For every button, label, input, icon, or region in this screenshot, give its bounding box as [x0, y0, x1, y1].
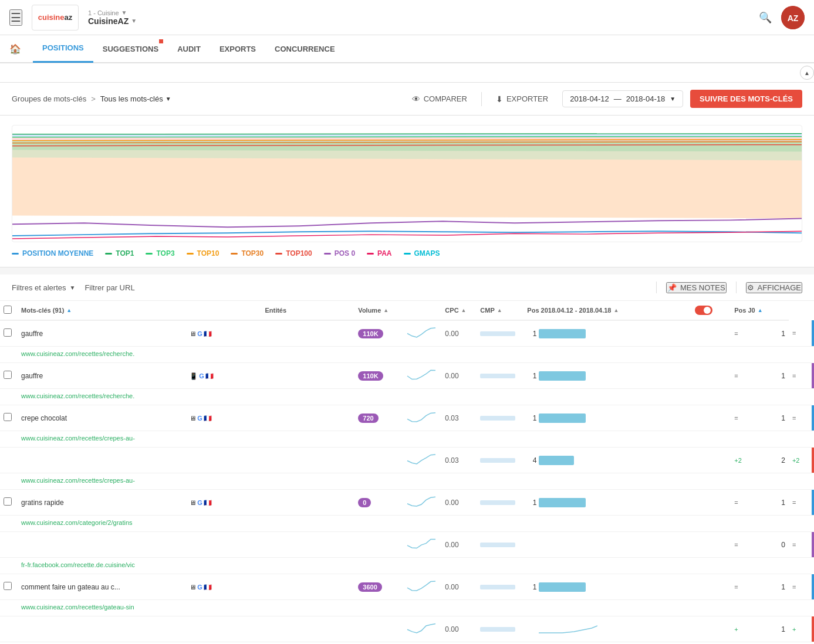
table-toolbar: Filtres et alertes ▼ Filtrer par URL 📌 M… [0, 274, 814, 301]
th-cmp[interactable]: CMP ▲ [477, 301, 523, 320]
table-row: 0.00=0= [0, 532, 814, 558]
legend-gmaps[interactable]: GMAPS [404, 249, 440, 257]
pos-change-value: + [734, 626, 738, 633]
nav-item-audit[interactable]: AUDIT [168, 35, 210, 63]
pos-toggle[interactable] [695, 306, 712, 315]
nav-item-concurrence[interactable]: CONCURRENCE [265, 35, 344, 63]
posj0-change-value: = [792, 372, 796, 379]
breadcrumb-root[interactable]: Groupes de mots-clés [12, 94, 86, 103]
th-volume[interactable]: Volume ▲ [354, 301, 401, 320]
row-checkbox[interactable] [4, 582, 12, 590]
nav-collapse-button[interactable]: ▲ [800, 66, 814, 80]
date-range-picker[interactable]: 2018-04-12 — 2018-04-18 ▼ [562, 90, 683, 107]
export-button[interactable]: ⬇ EXPORTER [489, 91, 555, 107]
row-checkbox[interactable] [4, 413, 12, 421]
legend-top100[interactable]: TOP100 [275, 249, 312, 257]
suggestions-badge [159, 39, 163, 43]
pos-bar [539, 329, 586, 338]
keyword-text: crepe chocolat [21, 414, 67, 422]
td-empty-check [0, 600, 18, 616]
suivre-button[interactable]: SUIVRE DES MOTS-CLÉS [690, 90, 802, 108]
td-toggle [691, 574, 731, 600]
td-empty-check [0, 347, 18, 363]
td-sparkline [401, 574, 441, 600]
url-link[interactable]: www.cuisineaz.com/recettes/gateau-sin [21, 604, 134, 611]
legend-label-top10: TOP10 [197, 249, 219, 257]
url-link[interactable]: www.cuisineaz.com/recettes/crepes-au- [21, 477, 135, 484]
td-posj0: 1 [778, 363, 789, 389]
table-row-url: www.cuisineaz.com/recettes/crepes-au- [0, 431, 814, 448]
td-keyword: gauffre [18, 320, 186, 347]
pos-bar-container: 1 [527, 582, 688, 592]
td-check [0, 405, 18, 431]
row-checkbox[interactable] [4, 497, 12, 506]
search-button[interactable]: 🔍 [759, 11, 772, 24]
legend-top1[interactable]: TOP1 [105, 249, 134, 257]
filtres-button[interactable]: Filtres et alertes ▼ [12, 283, 75, 292]
pos-trend-svg [539, 625, 597, 634]
td-color-bar [812, 320, 814, 347]
legend-top10[interactable]: TOP10 [187, 249, 219, 257]
cmp-sort-arrow: ▲ [497, 307, 502, 313]
fr-flag-icon: 🇫🇷 [204, 499, 212, 506]
notes-button[interactable]: 📌 MES NOTES [666, 282, 727, 293]
legend-pos0[interactable]: POS 0 [324, 249, 355, 257]
sparkline-svg [405, 367, 438, 383]
url-link[interactable]: www.cuisineaz.com/recettes/crepes-au- [21, 435, 135, 442]
desktop-icon: 🖥 [190, 584, 196, 591]
hamburger-button[interactable]: ☰ [9, 9, 22, 26]
row-checkbox[interactable] [4, 371, 12, 379]
td-color-bar [812, 490, 814, 516]
posj0-value: 1 [781, 583, 785, 591]
td-pos: 1 [523, 574, 691, 600]
compare-button[interactable]: 👁 COMPARER [405, 91, 474, 107]
td-posj0: 2 [778, 448, 789, 473]
url-link[interactable]: www.cuisineaz.com/categorie/2/gratins [21, 519, 133, 526]
nav-item-exports[interactable]: EXPORTS [210, 35, 265, 63]
th-posj0[interactable]: Pos J0 ▲ [731, 301, 778, 320]
nav-home[interactable]: 🏠 [9, 43, 21, 55]
th-keyword[interactable]: Mots-clés (91) ▲ [18, 301, 186, 320]
pos-bar-container: 4 [527, 456, 688, 465]
legend-top3[interactable]: TOP3 [146, 249, 174, 257]
nav-item-suggestions[interactable]: SUGGESTIONS [93, 35, 168, 63]
legend-paa[interactable]: PAA [367, 249, 391, 257]
breadcrumb-separator: > [91, 94, 96, 103]
select-all-checkbox[interactable] [4, 306, 12, 314]
filtrer-url-button[interactable]: Filtrer par URL [85, 283, 134, 292]
th-devices [186, 301, 261, 320]
url-link[interactable]: www.cuisineaz.com/recettes/recherche. [21, 350, 134, 357]
affichage-button[interactable]: ⚙ AFFICHAGE [746, 282, 802, 293]
th-entities[interactable]: Entités [261, 301, 354, 320]
volume-badge: 110K [358, 371, 383, 381]
th-pos[interactable]: Pos 2018.04.12 - 2018.04.18 ▲ [523, 301, 691, 320]
breadcrumb-current[interactable]: Tous les mots-clés ▼ [100, 94, 171, 103]
workspace-name-arrow[interactable]: ▼ [131, 18, 137, 24]
legend-dot-paa [367, 253, 374, 255]
avatar[interactable]: AZ [781, 6, 805, 29]
nav-item-positions[interactable]: POSITIONS [33, 35, 93, 63]
legend-top30[interactable]: TOP30 [231, 249, 264, 257]
url-link[interactable]: fr-fr.facebook.com/recette.de.cuisine/vi… [21, 561, 135, 568]
table-row: comment faire un gateau au c...🖥G🇫🇷36000… [0, 574, 814, 600]
td-entities [261, 616, 354, 642]
table-header-row: Mots-clés (91) ▲ Entités Volume ▲ CPC ▲ [0, 301, 814, 320]
pos-bar-container: 1 [527, 498, 688, 507]
legend-dot-pos-moy [12, 253, 19, 255]
th-cpc[interactable]: CPC ▲ [441, 301, 477, 320]
posj0-value: 1 [781, 414, 785, 422]
row-checkbox[interactable] [4, 328, 12, 337]
td-sparkline [401, 448, 441, 473]
td-check [0, 490, 18, 516]
sparkline-svg [405, 409, 438, 425]
td-toggle [691, 363, 731, 389]
workspace-num-arrow[interactable]: ▼ [121, 9, 127, 16]
td-entities [261, 320, 354, 347]
td-volume: 0 [354, 490, 401, 516]
td-posj0-change: = [789, 363, 812, 389]
td-pos: 1 [523, 320, 691, 347]
url-link[interactable]: www.cuisineaz.com/recettes/recherche. [21, 392, 134, 399]
legend-position-moyenne[interactable]: POSITION MOYENNE [12, 249, 93, 257]
td-url-cell: www.cuisineaz.com/recettes/gateau-sin [18, 642, 354, 645]
td-cpc: 0.03 [441, 448, 477, 473]
